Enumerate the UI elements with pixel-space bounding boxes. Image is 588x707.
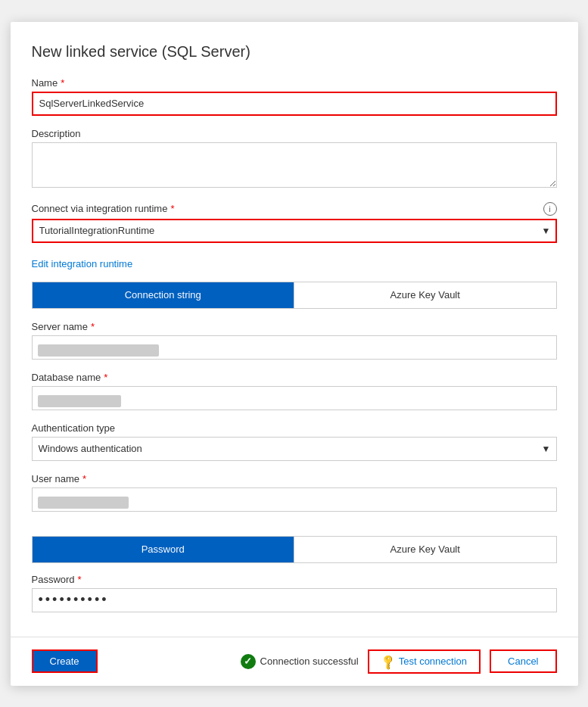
database-name-masked-value bbox=[38, 395, 121, 407]
new-linked-service-dialog: New linked service (SQL Server) Name * D… bbox=[11, 22, 578, 686]
success-check-icon: ✓ bbox=[241, 654, 256, 669]
description-input[interactable] bbox=[32, 142, 557, 188]
database-name-label: Database name * bbox=[32, 372, 557, 383]
server-required-star: * bbox=[91, 321, 95, 332]
password-field-group: Password * bbox=[32, 574, 557, 612]
password-label: Password * bbox=[32, 574, 557, 585]
runtime-label-row: Connect via integration runtime * i bbox=[32, 202, 557, 216]
user-name-label: User name * bbox=[32, 473, 557, 484]
edit-integration-runtime-link[interactable]: Edit integration runtime bbox=[32, 258, 557, 269]
user-name-field-group: User name * bbox=[32, 473, 557, 512]
dialog-title: New linked service (SQL Server) bbox=[32, 43, 557, 61]
auth-type-field-group: Authentication type Windows authenticati… bbox=[32, 422, 557, 461]
user-name-masked-value bbox=[38, 497, 129, 509]
runtime-required-star: * bbox=[170, 203, 174, 214]
connection-string-tab[interactable]: Connection string bbox=[33, 282, 294, 308]
name-field-group: Name * bbox=[32, 77, 557, 116]
auth-type-label: Authentication type bbox=[32, 422, 557, 434]
description-label: Description bbox=[32, 128, 557, 139]
key-icon: 🔑 bbox=[379, 652, 397, 670]
name-input[interactable] bbox=[32, 92, 557, 116]
dialog-footer: Create ✓ Connection successful 🔑 Test co… bbox=[11, 637, 578, 686]
server-name-masked-value bbox=[38, 344, 159, 357]
password-azure-key-vault-tab[interactable]: Azure Key Vault bbox=[294, 537, 556, 562]
password-input[interactable] bbox=[32, 588, 557, 612]
description-field-group: Description bbox=[32, 128, 557, 190]
azure-key-vault-tab[interactable]: Azure Key Vault bbox=[294, 282, 556, 308]
runtime-select-wrap: TutorialIntegrationRuntime ▼ bbox=[32, 219, 557, 243]
footer-right: ✓ Connection successful 🔑 Test connectio… bbox=[241, 649, 557, 674]
create-button[interactable]: Create bbox=[32, 649, 98, 673]
runtime-field-group: Connect via integration runtime * i Tuto… bbox=[32, 202, 557, 243]
auth-type-select[interactable]: Windows authentication bbox=[32, 437, 557, 461]
name-required-star: * bbox=[61, 77, 64, 89]
test-connection-label: Test connection bbox=[399, 656, 467, 667]
password-tab[interactable]: Password bbox=[33, 537, 294, 562]
db-required-star: * bbox=[104, 372, 107, 383]
server-name-label: Server name * bbox=[32, 321, 557, 332]
connection-success-text: Connection successful bbox=[260, 656, 359, 667]
name-label: Name * bbox=[32, 77, 557, 89]
server-name-field-group: Server name * bbox=[32, 321, 557, 360]
user-required-star: * bbox=[82, 473, 86, 484]
connection-success-status: ✓ Connection successful bbox=[241, 654, 359, 669]
auth-type-select-field: Windows authentication ▼ bbox=[32, 437, 557, 461]
test-connection-button[interactable]: 🔑 Test connection bbox=[368, 649, 481, 674]
runtime-select[interactable]: TutorialIntegrationRuntime bbox=[32, 219, 557, 243]
cancel-button[interactable]: Cancel bbox=[490, 649, 556, 673]
database-name-field-group: Database name * bbox=[32, 372, 557, 410]
runtime-info-icon[interactable]: i bbox=[543, 202, 557, 216]
password-required-star: * bbox=[78, 574, 82, 585]
password-tab-group: Password Azure Key Vault bbox=[32, 536, 557, 563]
connection-tab-group: Connection string Azure Key Vault bbox=[32, 282, 557, 309]
